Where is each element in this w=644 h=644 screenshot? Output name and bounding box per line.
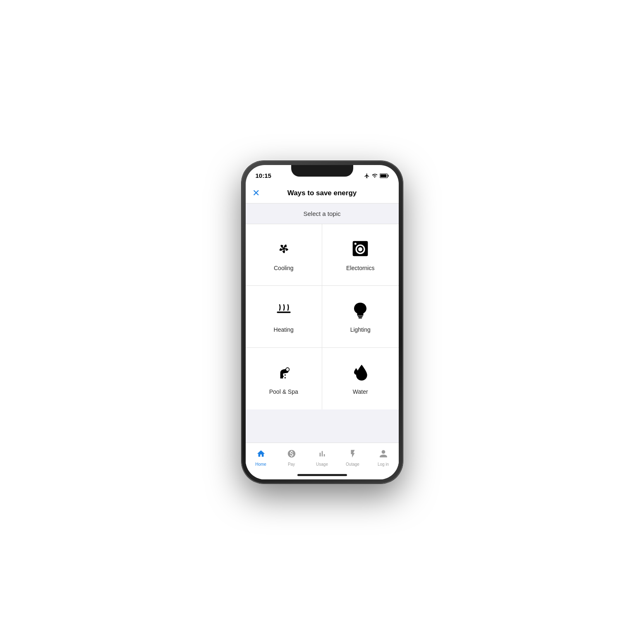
electronics-icon — [350, 238, 371, 259]
cooling-label: Cooling — [274, 265, 293, 271]
grid-item-electronics[interactable]: Electornics — [322, 224, 399, 286]
water-icon — [350, 362, 371, 383]
close-button[interactable]: ✕ — [252, 189, 260, 198]
usage-tab-icon — [318, 449, 327, 461]
svg-point-7 — [358, 247, 362, 251]
pay-tab-icon — [287, 449, 296, 461]
pool-spa-label: Pool & Spa — [269, 388, 298, 395]
svg-point-13 — [280, 374, 281, 376]
status-icons — [364, 173, 389, 179]
svg-point-16 — [280, 377, 281, 378]
svg-point-3 — [282, 247, 285, 250]
lighting-label: Lighting — [350, 326, 371, 333]
phone-frame: 10:15 ✕ Ways to save energy — [242, 161, 403, 484]
phone-screen: 10:15 ✕ Ways to save energy — [246, 165, 399, 479]
grid-item-lighting[interactable]: Lighting — [322, 286, 399, 347]
grid-item-heating[interactable]: Heating — [246, 286, 322, 347]
home-tab-label: Home — [255, 462, 266, 467]
tab-bar: Home Pay Usage — [246, 443, 399, 472]
svg-point-12 — [286, 368, 289, 371]
outage-tab-label: Outage — [346, 462, 359, 467]
login-tab-icon — [379, 449, 388, 461]
svg-rect-2 — [380, 174, 386, 177]
notch — [291, 165, 353, 177]
wifi-icon — [372, 173, 378, 179]
svg-point-15 — [284, 374, 285, 376]
tab-usage[interactable]: Usage — [312, 449, 333, 467]
home-bar — [297, 474, 347, 476]
svg-point-8 — [354, 243, 357, 245]
heating-icon — [273, 300, 294, 321]
bottom-spacer — [246, 409, 399, 443]
tab-login[interactable]: Log in — [373, 449, 394, 467]
outage-tab-icon — [348, 449, 357, 461]
usage-tab-label: Usage — [316, 462, 328, 467]
tab-pay[interactable]: Pay — [281, 449, 302, 467]
svg-rect-11 — [359, 318, 362, 319]
tab-outage[interactable]: Outage — [342, 449, 363, 467]
home-tab-icon — [256, 449, 266, 461]
grid-item-pool-spa[interactable]: Pool & Spa — [246, 348, 322, 409]
pool-spa-icon — [273, 362, 294, 383]
login-tab-label: Log in — [378, 462, 389, 467]
battery-icon — [380, 173, 389, 178]
status-time: 10:15 — [256, 172, 271, 179]
heating-label: Heating — [274, 326, 294, 333]
tab-home[interactable]: Home — [251, 449, 271, 467]
pay-tab-label: Pay — [288, 462, 295, 467]
home-indicator — [246, 472, 399, 479]
svg-rect-9 — [277, 312, 290, 313]
topic-selector-label: Select a topic — [303, 210, 340, 217]
svg-point-14 — [282, 376, 283, 377]
header-title: Ways to save energy — [287, 189, 357, 197]
lighting-icon — [350, 300, 371, 321]
app-header: ✕ Ways to save energy — [246, 183, 399, 203]
cooling-icon — [273, 238, 294, 259]
topic-selector: Select a topic — [246, 203, 399, 224]
grid-item-cooling[interactable]: Cooling — [246, 224, 322, 286]
grid-item-water[interactable]: Water — [322, 348, 399, 409]
electronics-label: Electornics — [346, 265, 374, 271]
svg-point-17 — [284, 377, 285, 378]
topic-grid: Cooling Electornics — [246, 224, 399, 409]
svg-rect-10 — [358, 316, 363, 318]
airplane-icon — [364, 173, 370, 179]
svg-rect-1 — [388, 175, 388, 177]
app-content: ✕ Ways to save energy Select a topic — [246, 183, 399, 479]
water-label: Water — [353, 388, 368, 395]
